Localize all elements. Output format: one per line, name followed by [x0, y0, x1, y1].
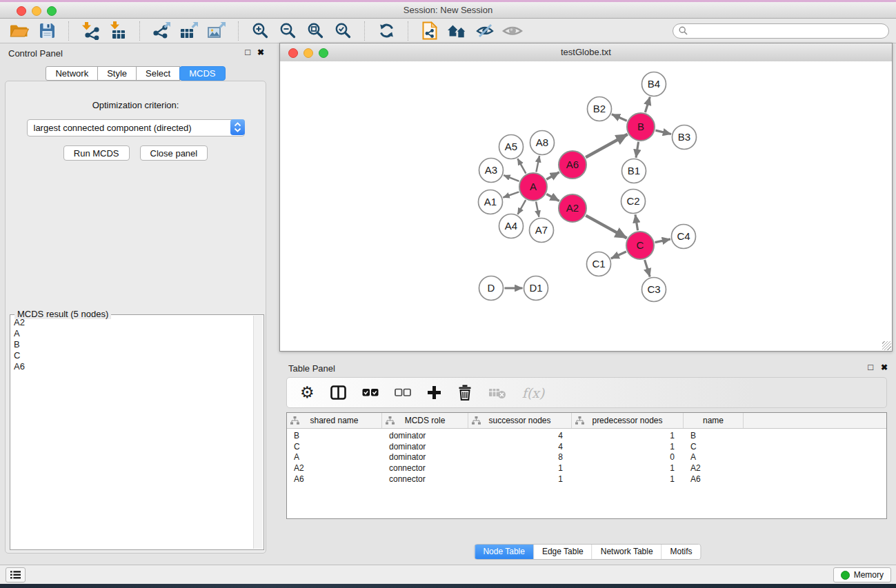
float-control-panel-icon[interactable]: □ [245, 48, 250, 57]
result-item[interactable]: B [14, 339, 250, 350]
network-canvas[interactable]: B4B2BB3A5A8A6A3AB1A1C2A2A4A7CC4C1C3DD1 [280, 61, 892, 351]
table-row[interactable]: Cdominator41C [287, 441, 886, 452]
create-column-button[interactable] [427, 385, 441, 400]
select-all-columns-button[interactable] [362, 388, 379, 397]
cell-predecessor-nodes[interactable]: 1 [572, 442, 684, 452]
graph-edge-A6-B[interactable] [586, 134, 628, 158]
graph-node-A[interactable]: A [519, 173, 547, 201]
graph-edge-C-C2[interactable] [635, 214, 638, 230]
float-table-panel-icon[interactable]: □ [868, 363, 873, 372]
unselect-all-columns-button[interactable] [395, 388, 411, 397]
cell-name[interactable]: A2 [684, 463, 744, 473]
delete-columns-button[interactable] [457, 385, 472, 401]
graph-node-C[interactable]: C [626, 232, 654, 259]
table-row[interactable]: A6connector11A6 [287, 474, 886, 485]
cell-MCDS-role[interactable]: dominator [382, 452, 468, 462]
cell-shared-name[interactable]: A6 [287, 474, 382, 484]
open-session-button[interactable] [8, 20, 30, 42]
new-network-button[interactable] [419, 20, 441, 42]
close-mcds-panel-button[interactable]: Close panel [140, 145, 208, 161]
cell-name[interactable]: A6 [684, 474, 744, 484]
function-builder-button[interactable]: f(x) [522, 385, 545, 401]
column-header-shared-name[interactable]: shared name [287, 413, 382, 428]
graph-edge-A-A4[interactable] [518, 200, 526, 214]
graph-edge-B-B3[interactable] [655, 130, 671, 134]
criterion-dropdown[interactable]: largest connected component (directed) [27, 119, 245, 136]
graph-node-A6[interactable]: A6 [559, 151, 586, 179]
tab-network-table[interactable]: Network Table [593, 545, 662, 559]
column-header-name[interactable]: name [684, 413, 744, 428]
cell-shared-name[interactable]: C [287, 442, 382, 452]
cell-shared-name[interactable]: A [287, 452, 382, 462]
column-header-successor-nodes[interactable]: successor nodes [468, 413, 572, 428]
table-row[interactable]: Bdominator41B [287, 430, 886, 441]
graph-node-C4[interactable]: C4 [672, 225, 696, 249]
table-row[interactable]: A2connector11A2 [287, 463, 886, 474]
close-control-panel-icon[interactable]: ✖ [257, 48, 264, 57]
graph-node-A3[interactable]: A3 [479, 159, 504, 183]
graph-node-A8[interactable]: A8 [530, 131, 555, 155]
export-table-button[interactable] [178, 20, 200, 42]
cell-successor-nodes[interactable]: 1 [468, 463, 572, 473]
refresh-network-button[interactable] [375, 20, 397, 42]
network-window-titlebar[interactable]: testGlobe.txt [280, 43, 892, 62]
search-input[interactable] [691, 26, 883, 37]
cell-successor-nodes[interactable]: 8 [468, 452, 572, 462]
cell-successor-nodes[interactable]: 4 [468, 431, 572, 440]
graph-node-A7[interactable]: A7 [530, 219, 554, 243]
graph-node-A2[interactable]: A2 [559, 194, 586, 222]
graph-node-C3[interactable]: C3 [642, 278, 666, 302]
graph-node-D1[interactable]: D1 [524, 276, 548, 301]
graph-node-A5[interactable]: A5 [499, 135, 524, 159]
graph-edge-B-B1[interactable] [636, 142, 639, 158]
cell-name[interactable]: B [684, 431, 744, 440]
graph-node-C1[interactable]: C1 [587, 252, 611, 276]
graph-node-A4[interactable]: A4 [499, 214, 524, 239]
column-header-predecessor-nodes[interactable]: predecessor nodes [572, 413, 684, 428]
network-graph[interactable]: B4B2BB3A5A8A6A3AB1A1C2A2A4A7CC4C1C3DD1 [280, 61, 892, 351]
zoom-in-button[interactable] [249, 20, 271, 42]
result-item[interactable]: C [14, 350, 250, 361]
graph-edge-A-A2[interactable] [546, 194, 559, 201]
cell-shared-name[interactable]: A2 [287, 463, 382, 473]
graph-node-C2[interactable]: C2 [621, 190, 646, 214]
graph-edge-A-A3[interactable] [504, 175, 519, 181]
graph-node-B[interactable]: B [627, 113, 655, 141]
save-session-button[interactable] [36, 20, 58, 42]
table-settings-button[interactable]: ⚙ [300, 385, 315, 401]
tab-mcds[interactable]: MCDS [179, 66, 225, 81]
graph-node-B1[interactable]: B1 [622, 159, 646, 183]
resize-grip-icon[interactable] [882, 341, 891, 350]
tab-style[interactable]: Style [97, 66, 137, 81]
tab-node-table[interactable]: Node Table [475, 545, 534, 559]
tab-motifs[interactable]: Motifs [662, 545, 701, 559]
delete-table-button[interactable] [488, 387, 506, 399]
home-button[interactable] [446, 20, 468, 42]
graph-edge-B-B4[interactable] [645, 97, 650, 112]
graph-edge-A-A8[interactable] [536, 156, 539, 172]
zoom-selected-button[interactable] [332, 20, 354, 42]
show-panels-button[interactable] [501, 20, 524, 42]
graph-edge-A-A6[interactable] [546, 172, 559, 179]
panel-selector-button[interactable] [6, 567, 26, 582]
cell-name[interactable]: A [684, 452, 744, 462]
table-row[interactable]: Adominator80A [287, 452, 886, 463]
cell-successor-nodes[interactable]: 1 [468, 474, 572, 484]
cell-MCDS-role[interactable]: dominator [382, 442, 468, 452]
column-header-MCDS-role[interactable]: MCDS role [382, 413, 468, 428]
hide-panels-button[interactable] [474, 20, 496, 42]
result-item[interactable]: A2 [14, 317, 250, 328]
graph-edge-C-C1[interactable] [611, 252, 626, 258]
import-network-button[interactable] [79, 20, 101, 42]
export-image-button[interactable] [206, 20, 228, 42]
graph-node-A1[interactable]: A1 [479, 190, 503, 214]
cell-MCDS-role[interactable]: connector [382, 474, 468, 484]
import-table-button[interactable] [107, 20, 129, 42]
tab-network[interactable]: Network [46, 66, 98, 81]
cell-successor-nodes[interactable]: 4 [468, 442, 572, 452]
graph-node-D[interactable]: D [479, 276, 504, 301]
cell-predecessor-nodes[interactable]: 1 [572, 431, 684, 440]
graph-node-B3[interactable]: B3 [673, 125, 697, 150]
tab-edge-table[interactable]: Edge Table [534, 545, 593, 559]
zoom-fit-button[interactable] [304, 20, 326, 42]
